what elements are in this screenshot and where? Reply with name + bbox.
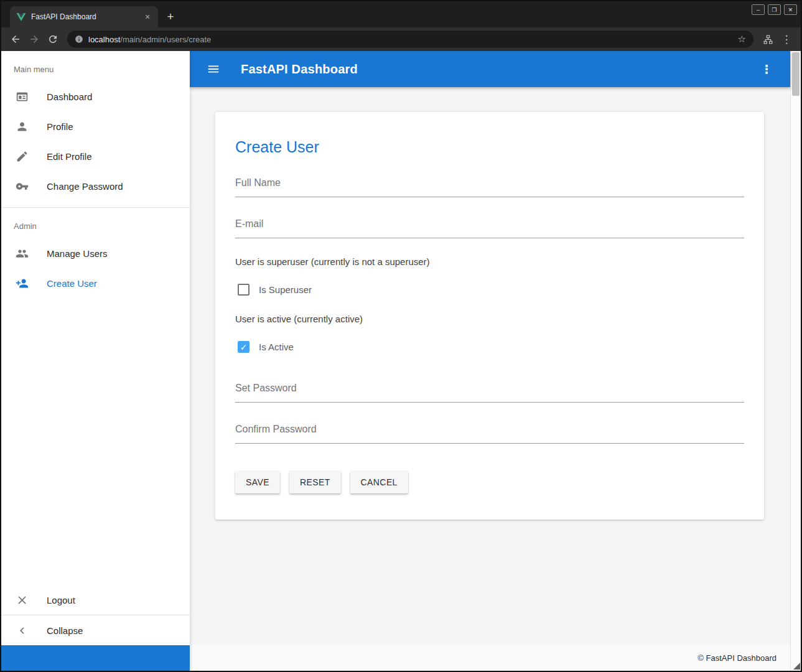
superuser-checkbox[interactable] xyxy=(238,284,249,296)
active-hint: User is active (currently active) xyxy=(235,314,744,324)
browser-toolbar: localhost/main/admin/users/create ☆ ⋮ xyxy=(1,27,801,51)
appbar: FastAPI Dashboard ⋮ xyxy=(190,51,790,87)
url-path: /main/admin/users/create xyxy=(120,35,211,44)
sidebar-item-dashboard[interactable]: Dashboard xyxy=(1,82,190,111)
resize-grip-icon xyxy=(793,663,800,670)
content: Create User User is superuser (currently… xyxy=(190,87,790,645)
full-name-input[interactable] xyxy=(235,172,744,197)
sidebar-item-label: Profile xyxy=(47,121,73,132)
sidebar-item-label: Manage Users xyxy=(47,248,108,259)
reload-button[interactable] xyxy=(44,30,62,49)
superuser-hint: User is superuser (currently is not a su… xyxy=(235,256,744,267)
pencil-icon xyxy=(16,150,29,163)
sidebar-item-label: Edit Profile xyxy=(47,151,92,162)
url-host: localhost xyxy=(88,35,120,44)
sidebar-item-label: Create User xyxy=(47,278,97,289)
appbar-title: FastAPI Dashboard xyxy=(241,62,755,77)
browser-titlebar: FastAPI Dashboard × + – ❐ ✕ xyxy=(1,1,801,27)
appbar-menu-icon[interactable]: ⋮ xyxy=(755,58,778,80)
cancel-button[interactable]: CANCEL xyxy=(350,471,408,493)
bookmark-star-icon[interactable]: ☆ xyxy=(738,34,746,45)
sidebar-footer-strip xyxy=(1,645,190,671)
back-button[interactable] xyxy=(6,30,25,49)
window-close-button[interactable]: ✕ xyxy=(784,4,797,15)
sidebar-section-main-menu: Main menu xyxy=(1,51,190,82)
sidebar-section-admin: Admin xyxy=(1,208,190,238)
person-icon xyxy=(16,120,29,133)
sidebar-item-collapse[interactable]: Collapse xyxy=(1,615,190,645)
confirm-password-input[interactable] xyxy=(235,419,744,444)
close-icon xyxy=(16,594,29,607)
reset-button[interactable]: RESET xyxy=(289,471,341,493)
tab-close-icon[interactable]: × xyxy=(142,11,153,22)
page-scrollbar[interactable] xyxy=(790,51,801,671)
maximize-button[interactable]: ❐ xyxy=(768,4,781,15)
browser-window: FastAPI Dashboard × + – ❐ ✕ localhost/ma… xyxy=(0,0,802,672)
extensions-icon[interactable] xyxy=(758,30,777,49)
main-area: FastAPI Dashboard ⋮ Create User User is … xyxy=(190,51,790,671)
page-title: Create User xyxy=(235,138,744,156)
forward-button[interactable] xyxy=(25,30,44,49)
url-text: localhost/main/admin/users/create xyxy=(88,35,733,44)
minimize-button[interactable]: – xyxy=(752,4,765,15)
sidebar-item-label: Dashboard xyxy=(47,91,92,102)
superuser-checkbox-label: Is Superuser xyxy=(259,284,312,295)
person-add-icon xyxy=(16,277,29,290)
key-icon xyxy=(16,180,29,193)
sidebar-item-edit-profile[interactable]: Edit Profile xyxy=(1,141,190,171)
email-input[interactable] xyxy=(235,213,744,238)
active-checkbox[interactable]: ✓ xyxy=(238,341,249,353)
full-name-field xyxy=(235,172,744,197)
window-controls: – ❐ ✕ xyxy=(752,4,797,15)
sidebar-item-manage-users[interactable]: Manage Users xyxy=(1,238,190,268)
active-checkbox-label: Is Active xyxy=(259,342,294,352)
hamburger-menu-icon[interactable] xyxy=(202,58,225,80)
set-password-field xyxy=(235,378,744,403)
sidebar-item-change-password[interactable]: Change Password xyxy=(1,171,190,201)
vue-logo-favicon xyxy=(16,12,26,22)
chevron-left-icon xyxy=(16,624,29,637)
save-button[interactable]: SAVE xyxy=(235,471,280,493)
sidebar-item-create-user[interactable]: Create User xyxy=(1,268,190,298)
form-buttons: SAVE RESET CANCEL xyxy=(235,471,744,493)
new-tab-button[interactable]: + xyxy=(162,8,179,26)
address-bar[interactable]: localhost/main/admin/users/create ☆ xyxy=(67,30,753,48)
copyright-text: © FastAPI Dashboard xyxy=(697,653,776,663)
site-info-icon[interactable] xyxy=(75,35,83,44)
sidebar-item-profile[interactable]: Profile xyxy=(1,111,190,141)
superuser-checkbox-row[interactable]: Is Superuser xyxy=(235,284,744,296)
email-field xyxy=(235,213,744,238)
scrollbar-thumb[interactable] xyxy=(792,52,800,96)
sidebar-item-label: Collapse xyxy=(47,625,83,636)
sidebar-item-label: Logout xyxy=(47,595,75,605)
people-icon xyxy=(16,247,29,260)
sidebar-item-label: Change Password xyxy=(47,181,123,192)
browser-menu-icon[interactable]: ⋮ xyxy=(777,30,796,49)
tab-title: FastAPI Dashboard xyxy=(31,12,137,21)
page: Main menu Dashboard Profile Edit Profile… xyxy=(1,51,801,671)
page-footer: © FastAPI Dashboard xyxy=(190,645,790,671)
browser-tab[interactable]: FastAPI Dashboard × xyxy=(10,6,158,27)
create-user-card: Create User User is superuser (currently… xyxy=(215,112,764,520)
sidebar-item-logout[interactable]: Logout xyxy=(1,585,190,615)
set-password-input[interactable] xyxy=(235,378,744,403)
active-checkbox-row[interactable]: ✓ Is Active xyxy=(235,341,744,353)
sidebar: Main menu Dashboard Profile Edit Profile… xyxy=(1,51,190,671)
dashboard-icon xyxy=(16,90,29,103)
confirm-password-field xyxy=(235,419,744,444)
